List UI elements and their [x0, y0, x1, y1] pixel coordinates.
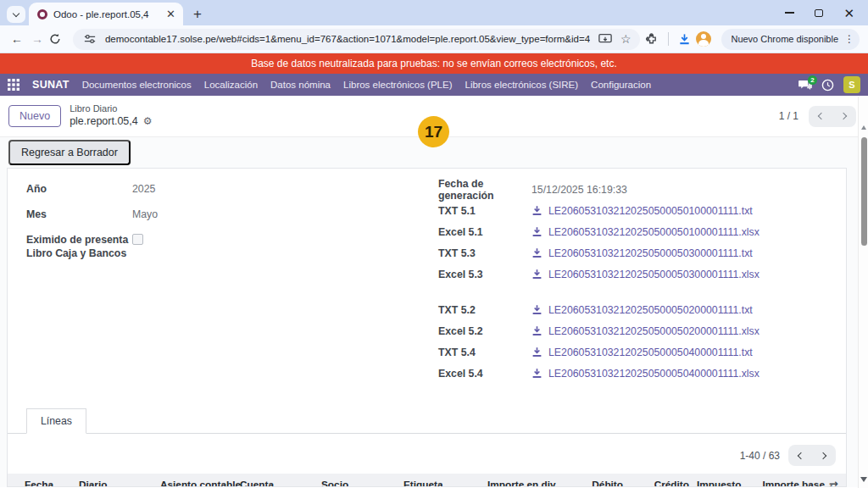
chrome-update-label: Nuevo Chrome disponible — [731, 34, 838, 44]
new-tab-button[interactable]: + — [193, 7, 202, 21]
messages-button[interactable]: 2 — [798, 80, 812, 91]
chevron-left-icon — [818, 113, 825, 119]
column-header-impuesto[interactable]: Impuesto — [689, 479, 750, 487]
column-header-cuenta[interactable]: Cuenta — [240, 479, 321, 487]
file-name: LE2060531032120250500050100001111.xlsx — [548, 226, 760, 238]
file-download-link[interactable]: LE2060531032120250500050200001111.txt — [531, 304, 753, 316]
pager-previous-button[interactable] — [809, 106, 832, 127]
field-year-value[interactable]: 2025 — [132, 182, 155, 196]
file-row: Excel 5.4 LE2060531032120250500050400001… — [438, 366, 846, 380]
profile-avatar[interactable] — [696, 31, 711, 47]
window-maximize-icon[interactable] — [815, 9, 823, 17]
back-to-draft-button[interactable]: Regresar a Borrador — [8, 140, 131, 165]
extensions-icon[interactable] — [643, 33, 660, 46]
nav-item-datos-nomina[interactable]: Datos nómina — [270, 80, 331, 90]
window-minimize-icon[interactable] — [785, 12, 794, 14]
file-row: TXT 5.4 LE206053103212025050005040000111… — [438, 345, 846, 359]
exempt-checkbox[interactable] — [132, 234, 143, 245]
file-download-link[interactable]: LE2060531032120250500050100001111.txt — [531, 205, 753, 217]
browser-tab[interactable]: Odoo - ple.report.05,4 ✕ — [29, 3, 183, 25]
file-row: Excel 5.2 LE2060531032120250500050200001… — [438, 324, 846, 338]
column-header-fecha[interactable]: Fecha — [25, 479, 79, 487]
chevron-right-icon — [820, 452, 826, 458]
generation-date-value: 15/12/2025 16:19:33 — [531, 183, 627, 197]
column-header-importe-base[interactable]: Importe base — [750, 479, 825, 487]
back-icon[interactable]: ← — [8, 32, 25, 46]
activities-clock-icon[interactable] — [821, 79, 834, 92]
gear-icon[interactable]: ⚙ — [143, 115, 153, 128]
reload-icon[interactable] — [49, 33, 66, 45]
tab-close-icon[interactable]: ✕ — [164, 8, 177, 19]
nav-item-libros-sire[interactable]: Libros electrónicos (SIRE) — [465, 80, 579, 90]
site-settings-icon[interactable] — [81, 33, 98, 45]
optional-columns-icon[interactable]: ⇄ — [829, 479, 838, 488]
share-screen-icon[interactable] — [597, 33, 614, 45]
toolbar-divider — [668, 32, 669, 46]
lines-pager: 1-40 / 63 — [8, 445, 836, 466]
nav-item-documentos-electronicos[interactable]: Documentos electronicos — [82, 80, 192, 90]
column-header-debito[interactable]: Débito — [555, 479, 623, 487]
field-month-label: Mes — [26, 208, 132, 221]
file-download-link[interactable]: LE2060531032120250500050200001111.xlsx — [531, 325, 760, 337]
lines-pager-next-button[interactable] — [812, 445, 836, 466]
forward-icon[interactable]: → — [29, 32, 46, 46]
file-row: TXT 5.3 LE206053103212025050005030000111… — [438, 246, 846, 260]
column-header-credito[interactable]: Crédito — [623, 479, 689, 487]
column-header-diario[interactable]: Diario — [79, 479, 160, 487]
scrollbar-down-icon[interactable] — [860, 477, 867, 482]
window-close-icon[interactable]: ✕ — [843, 7, 854, 19]
overlay-count-badge: 17 — [418, 116, 449, 147]
form-sheet: Año 2025 Mes Mayo Eximido de presenta Li… — [7, 168, 847, 487]
field-year-label: Año — [26, 182, 132, 196]
file-label: Excel 5.1 — [438, 226, 531, 238]
file-name: LE2060531032120250500050200001111.xlsx — [548, 325, 760, 337]
column-header-etiqueta[interactable]: Etiqueta — [403, 479, 487, 487]
file-label: TXT 5.2 — [438, 304, 531, 316]
messages-count-badge: 2 — [808, 75, 817, 85]
nav-right-icons: 2 S — [798, 76, 860, 93]
file-download-link[interactable]: LE2060531032120250500050300001111.xlsx — [531, 269, 760, 280]
file-row: TXT 5.1 LE206053103212025050005010000111… — [438, 203, 846, 218]
tab-search-button[interactable] — [7, 6, 25, 23]
vertical-scrollbar[interactable] — [858, 97, 868, 488]
browser-toolbar: ← → democontable17.solse.pe/web#cids=1&m… — [0, 25, 868, 53]
column-header-importe-div[interactable]: Importe en div... — [487, 479, 555, 487]
column-header-asiento[interactable]: Asiento contable — [160, 479, 240, 487]
url-text[interactable]: democontable17.solse.pe/web#cids=1&menu_… — [105, 34, 590, 44]
lines-pager-text: 1-40 / 63 — [740, 450, 780, 462]
nav-item-localizacion[interactable]: Localización — [204, 80, 258, 90]
field-month-value[interactable]: Mayo — [132, 208, 158, 221]
form-view: Año 2025 Mes Mayo Eximido de presenta Li… — [0, 168, 868, 487]
bookmark-star-icon[interactable]: ☆ — [620, 32, 632, 46]
downloads-icon[interactable] — [676, 33, 693, 46]
file-download-link[interactable]: LE2060531032120250500050100001111.xlsx — [531, 226, 760, 238]
nav-item-libros-ple[interactable]: Libros electrónicos (PLE) — [343, 80, 452, 90]
field-generation-date: Fecha de generación 15/12/2025 16:19:33 — [438, 182, 846, 197]
file-download-link[interactable]: LE2060531032120250500050400001111.txt — [531, 347, 753, 358]
record-pager-text: 1 / 1 — [779, 110, 798, 122]
lines-pager-previous-button[interactable] — [788, 445, 812, 466]
breadcrumb-parent[interactable]: Libro Diario — [70, 103, 152, 115]
neutralized-db-banner: Base de datos neutralizada para pruebas:… — [0, 53, 868, 74]
app-brand[interactable]: SUNAT — [32, 79, 70, 91]
apps-grid-icon[interactable] — [8, 79, 19, 91]
file-download-link[interactable]: LE2060531032120250500050300001111.txt — [531, 247, 753, 259]
user-avatar[interactable]: S — [843, 76, 860, 93]
tab-lineas[interactable]: Líneas — [26, 408, 86, 434]
chrome-update-button[interactable]: Nuevo Chrome disponible ⋮ — [721, 29, 860, 50]
chevron-left-icon — [798, 452, 804, 458]
scrollbar-up-icon[interactable] — [861, 125, 866, 130]
field-month: Mes Mayo — [26, 208, 418, 221]
url-bar[interactable]: democontable17.solse.pe/web#cids=1&menu_… — [73, 29, 640, 50]
lines-table-header: Fecha Diario Asiento contable Cuenta Soc… — [8, 474, 846, 487]
nav-item-configuracion[interactable]: Configuracion — [591, 80, 651, 90]
scrollbar-thumb[interactable] — [861, 137, 867, 246]
pager-next-button[interactable] — [832, 106, 856, 127]
browser-tab-strip: Odoo - ple.report.05,4 ✕ + ✕ — [0, 0, 868, 25]
file-download-link[interactable]: LE2060531032120250500050400001111.xlsx — [531, 368, 760, 380]
breadcrumb: Libro Diario ple.report.05,4 ⚙ — [70, 103, 152, 128]
column-header-socio[interactable]: Socio — [321, 479, 403, 487]
file-name: LE2060531032120250500050200001111.txt — [548, 304, 753, 316]
new-record-button[interactable]: Nuevo — [8, 105, 61, 127]
browser-menu-icon[interactable]: ⋮ — [844, 33, 854, 45]
